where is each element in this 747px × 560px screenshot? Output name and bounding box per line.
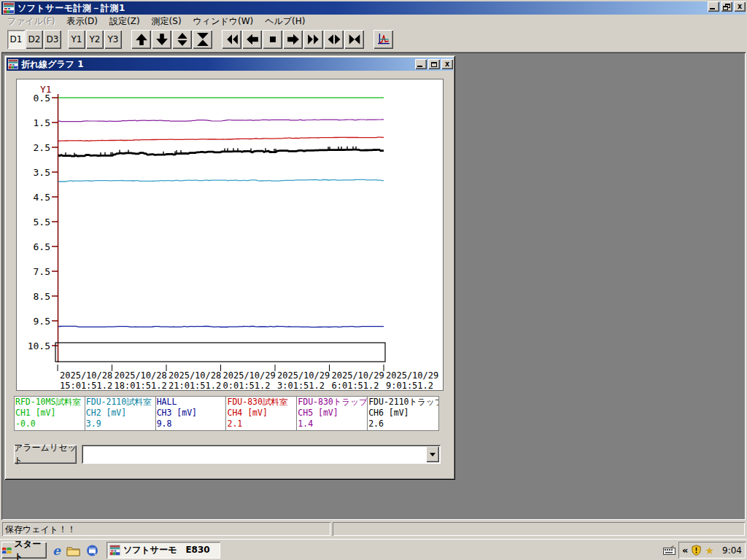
menu-file: ファイル(F) [1, 14, 61, 29]
taskbar-task-button[interactable]: ソフトサーモ E830 [107, 542, 220, 559]
legend-device: RFD-10MS試料室 [15, 397, 84, 408]
svg-text:4.5: 4.5 [34, 192, 50, 203]
alarm-combobox[interactable] [82, 445, 441, 464]
legend-cell-ch4: FDU-830試料室 CH4 [mV] 2.1 [226, 397, 297, 430]
menu-settings[interactable]: 設定(Z) [104, 14, 146, 29]
combobox-value [85, 448, 425, 460]
toolbar-d2-button[interactable]: D2 [26, 30, 43, 49]
close-icon: x [738, 3, 743, 10]
main-title-bar[interactable]: ソフトサーモ計測－計測1 [1, 1, 746, 15]
menu-view[interactable]: 表示(D) [61, 14, 104, 29]
windows-logo-icon [1, 545, 12, 556]
menu-window[interactable]: ウィンドウ(W) [187, 14, 260, 29]
toolbar-y1-button[interactable]: Y1 [68, 30, 85, 49]
fast-forward-button[interactable] [303, 30, 323, 49]
graph-maximize-button[interactable] [428, 59, 440, 69]
desktop-window-icon[interactable] [86, 545, 98, 556]
folder-icon[interactable] [66, 545, 80, 556]
legend-device: FDU-2110トラップ [368, 397, 438, 408]
legend-value: -0.0 [15, 419, 84, 429]
svg-text:15:01:51.2: 15:01:51.2 [60, 381, 112, 390]
scroll-up-button[interactable] [131, 30, 151, 49]
window-controls: x [706, 1, 746, 12]
svg-text:21:01:51.2: 21:01:51.2 [169, 381, 221, 390]
svg-text:0:01:51.2: 0:01:51.2 [223, 381, 271, 390]
toolbar-d3-button[interactable]: D3 [44, 30, 61, 49]
scroll-down-icon [155, 33, 169, 46]
svg-text:3.5: 3.5 [34, 167, 50, 178]
toolbar-y2-button[interactable]: Y2 [86, 30, 104, 49]
graph-window-controls: x [414, 59, 453, 69]
svg-text:2025/10/28: 2025/10/28 [60, 370, 112, 381]
status-field-secondary [333, 522, 745, 536]
menu-help[interactable]: ヘルプ(H) [259, 14, 311, 29]
toolbar-y3-button[interactable]: Y3 [104, 30, 122, 49]
svg-text:5.5: 5.5 [34, 217, 50, 228]
ime-keyboard-icon[interactable] [663, 544, 676, 558]
svg-text:2025/10/28: 2025/10/28 [115, 370, 167, 381]
maximize-icon [431, 62, 437, 67]
svg-text:2025/10/29: 2025/10/29 [386, 370, 438, 381]
svg-text:10.5: 10.5 [28, 341, 50, 351]
compress-vertical-icon [196, 33, 209, 46]
svg-text:2025/10/29: 2025/10/29 [277, 370, 330, 381]
stop-button[interactable] [263, 30, 282, 49]
scroll-down-button[interactable] [152, 30, 171, 49]
tray-overflow-button[interactable]: « [682, 545, 688, 556]
compress-horizontal-button[interactable] [344, 30, 364, 49]
step-left-button[interactable] [242, 30, 262, 49]
close-button[interactable]: x [734, 1, 746, 12]
legend-value: 2.6 [368, 419, 438, 429]
step-left-icon [246, 33, 259, 46]
channel-legend: RFD-10MS試料室 CH1 [mV] -0.0 FDU-2110試料室 CH… [14, 396, 439, 431]
restore-button[interactable] [721, 1, 732, 12]
graph-window-icon [8, 59, 18, 69]
chevron-down-icon [430, 453, 436, 456]
taskbar: スタート e ソフトサーモ E830 [0, 539, 747, 560]
legend-cell-ch1: RFD-10MS試料室 CH1 [mV] -0.0 [15, 397, 85, 430]
close-icon: x [445, 61, 450, 68]
expand-horizontal-button[interactable] [324, 30, 344, 49]
svg-text:2025/10/29: 2025/10/29 [223, 370, 276, 381]
svg-text:1.5: 1.5 [34, 117, 50, 128]
menu-bar: ファイル(F) 表示(D) 設定(Z) 測定(S) ウィンドウ(W) ヘルプ(H… [1, 15, 746, 28]
svg-text:2025/10/29: 2025/10/29 [332, 370, 384, 381]
toolbar-d1-button[interactable]: D1 [7, 30, 25, 49]
graph-minimize-button[interactable] [415, 59, 427, 69]
compress-horizontal-icon [348, 33, 361, 46]
toolbar: D1 D2 D3 Y1 Y2 Y3 [1, 28, 746, 52]
fast-rewind-button[interactable] [222, 30, 241, 49]
security-shield-icon[interactable] [691, 545, 702, 556]
tray-clock[interactable]: 9:04 [722, 545, 742, 556]
svg-text:6.5: 6.5 [34, 241, 50, 252]
graph-window-title: 折れ線グラフ 1 [21, 58, 84, 71]
star-icon[interactable]: ★ [705, 545, 714, 556]
application-window: ソフトサーモ計測－計測1 x ファイル(F) 表示(D) 設定(Z) 測定(S)… [0, 0, 747, 560]
menu-measure[interactable]: 測定(S) [146, 14, 187, 29]
restore-icon [723, 4, 730, 10]
window-title: ソフトサーモ計測－計測1 [18, 2, 125, 15]
graph-window-title-bar[interactable]: 折れ線グラフ 1 [7, 58, 453, 71]
combobox-dropdown-button[interactable] [426, 446, 439, 462]
graph-close-button[interactable]: x [441, 59, 453, 69]
graph-button[interactable] [374, 30, 393, 49]
line-chart: Y10.51.52.53.54.55.56.57.58.59.510.52025… [16, 79, 444, 391]
legend-cell-ch3: HALL CH3 [mV] 9.8 [156, 397, 227, 430]
svg-text:9:01:51.2: 9:01:51.2 [386, 381, 433, 390]
alarm-reset-button[interactable]: アラームリセット [14, 445, 77, 464]
minimize-button[interactable] [708, 1, 719, 12]
task-app-icon [109, 545, 120, 556]
svg-text:2025/10/28: 2025/10/28 [169, 370, 221, 381]
stop-icon [266, 33, 279, 46]
expand-horizontal-icon [328, 33, 341, 46]
system-tray: « ★ 9:04 [678, 542, 746, 559]
status-message: 保存ウェイト！！ [2, 522, 330, 536]
expand-vertical-button[interactable] [172, 30, 192, 49]
legend-cell-ch5: FDU-830トラップ CH5 [mV] 1.4 [297, 397, 368, 430]
step-right-button[interactable] [283, 30, 303, 49]
quick-launch-bar: e [53, 542, 98, 559]
graph-window: 折れ線グラフ 1 x Y10.51.52.53.54.55.56.57.58.5… [4, 55, 455, 480]
start-button[interactable]: スタート [1, 542, 47, 559]
compress-vertical-button[interactable] [193, 30, 212, 49]
internet-explorer-icon[interactable]: e [53, 544, 61, 557]
